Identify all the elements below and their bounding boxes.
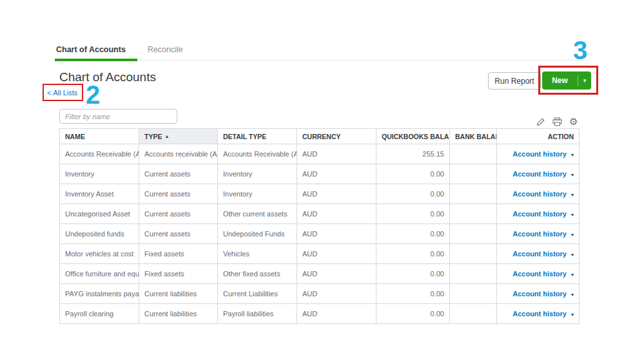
account-history-link[interactable]: Account history [512, 190, 567, 198]
cell-name: Inventory Asset [60, 184, 139, 204]
cell-name: Undeposited funds [60, 224, 139, 244]
new-button[interactable]: New ▾ [542, 71, 591, 90]
column-header-type[interactable]: TYPE▲ [139, 129, 218, 144]
table-row: Motor vehicles at cost Fixed assets Vehi… [60, 244, 580, 264]
cell-currency: AUD [297, 264, 376, 284]
cell-quickbooks-balance: 255.15 [376, 144, 450, 164]
table-row: Undeposited funds Current assets Undepos… [60, 224, 580, 244]
chevron-down-icon[interactable]: ▾ [571, 252, 574, 258]
account-history-link[interactable]: Account history [512, 290, 567, 298]
cell-quickbooks-balance: 0.00 [376, 204, 450, 224]
run-report-button[interactable]: Run Report [488, 72, 541, 90]
cell-bank-balance [450, 144, 497, 164]
column-header-name[interactable]: NAME [60, 129, 139, 144]
table-row: Office furniture and equipm Fixed assets… [60, 264, 580, 284]
cell-currency: AUD [297, 204, 376, 224]
page-title: Chart of Accounts [59, 70, 156, 84]
table-row: PAYG instalments payable Current liabili… [60, 284, 580, 304]
cell-bank-balance [450, 264, 497, 284]
chevron-left-icon: < [47, 89, 51, 97]
tab-reconcile[interactable]: Reconcile [146, 41, 186, 60]
cell-bank-balance [450, 224, 497, 244]
cell-name: Uncategorised Asset [60, 204, 139, 224]
chevron-down-icon[interactable]: ▾ [571, 192, 574, 198]
tab-chart-of-accounts[interactable]: Chart of Accounts [55, 41, 128, 60]
cell-quickbooks-balance: 0.00 [376, 284, 450, 304]
cell-detail-type: Accounts Receivable (A/R) [218, 144, 297, 164]
cell-quickbooks-balance: 0.00 [376, 264, 450, 284]
cell-detail-type: Inventory [218, 184, 297, 204]
chevron-down-icon[interactable]: ▾ [571, 272, 574, 278]
column-header-currency[interactable]: CURRENCY [297, 129, 376, 144]
table-row: Uncategorised Asset Current assets Other… [60, 204, 580, 224]
chevron-down-icon[interactable]: ▾ [571, 292, 574, 298]
cell-currency: AUD [297, 164, 376, 184]
cell-type: Fixed assets [139, 244, 218, 264]
filter-input[interactable] [59, 109, 177, 124]
chevron-down-icon[interactable]: ▾ [571, 312, 574, 318]
cell-detail-type: Inventory [218, 164, 297, 184]
table-row: Payroll clearing Current liabilities Pay… [60, 304, 580, 324]
gear-icon[interactable]: ⚙ [569, 117, 578, 126]
all-lists-highlight-box: <All Lists [43, 84, 83, 101]
table-row: Accounts Receivable (A/R) Accounts recei… [60, 144, 580, 164]
account-history-link[interactable]: Account history [512, 150, 567, 158]
annotation-step-3: 3 [573, 37, 587, 63]
column-header-type-label: TYPE [144, 133, 162, 140]
chevron-down-icon[interactable]: ▾ [571, 152, 574, 158]
cell-type: Fixed assets [139, 264, 218, 284]
cell-name: Accounts Receivable (A/R) [60, 144, 139, 164]
column-header-quickbooks-balance[interactable]: QUICKBOOKS BALANCE [376, 129, 450, 144]
cell-quickbooks-balance: 0.00 [376, 304, 450, 324]
chevron-down-icon[interactable]: ▾ [571, 212, 574, 218]
chevron-down-icon[interactable]: ▾ [571, 232, 574, 238]
cell-currency: AUD [297, 284, 376, 304]
cell-type: Current liabilities [139, 284, 218, 304]
account-history-link[interactable]: Account history [512, 170, 567, 178]
account-history-link[interactable]: Account history [512, 270, 567, 278]
chart-of-accounts-table: NAME TYPE▲ DETAIL TYPE CURRENCY QUICKBOO… [59, 128, 580, 324]
print-icon[interactable] [552, 117, 562, 126]
chevron-down-icon[interactable]: ▾ [571, 172, 574, 178]
cell-type: Current assets [139, 184, 218, 204]
cell-currency: AUD [297, 224, 376, 244]
cell-currency: AUD [297, 304, 376, 324]
table-header-row: NAME TYPE▲ DETAIL TYPE CURRENCY QUICKBOO… [60, 129, 580, 144]
cell-detail-type: Other current assets [218, 204, 297, 224]
new-button-label: New [542, 76, 578, 85]
column-header-bank-balance[interactable]: BANK BALANCE [450, 129, 497, 144]
cell-bank-balance [450, 164, 497, 184]
chevron-down-icon[interactable]: ▾ [578, 77, 591, 84]
cell-detail-type: Undeposited Funds [218, 224, 297, 244]
cell-detail-type: Other fixed assets [218, 264, 297, 284]
cell-name: Motor vehicles at cost [60, 244, 139, 264]
cell-type: Current assets [139, 204, 218, 224]
account-history-link[interactable]: Account history [512, 210, 567, 218]
all-lists-link[interactable]: <All Lists [47, 89, 77, 97]
cell-bank-balance [450, 184, 497, 204]
cell-bank-balance [450, 284, 497, 304]
cell-type: Current assets [139, 224, 218, 244]
cell-currency: AUD [297, 184, 376, 204]
cell-name: Payroll clearing [60, 304, 139, 324]
column-header-detail-type[interactable]: DETAIL TYPE [218, 129, 297, 144]
cell-type: Current assets [139, 164, 218, 184]
cell-detail-type: Payroll liabilities [218, 304, 297, 324]
column-header-action: ACTION [497, 129, 580, 144]
table-row: Inventory Asset Current assets Inventory… [60, 184, 580, 204]
account-history-link[interactable]: Account history [512, 230, 567, 238]
account-history-link[interactable]: Account history [512, 310, 567, 318]
all-lists-label: All Lists [53, 89, 77, 97]
edit-pencil-icon[interactable] [536, 117, 545, 126]
cell-type: Current liabilities [139, 304, 218, 324]
table-tool-icons: ⚙ [536, 117, 578, 126]
cell-bank-balance [450, 204, 497, 224]
sort-ascending-icon: ▲ [164, 134, 169, 138]
account-history-link[interactable]: Account history [512, 250, 567, 258]
cell-name: Office furniture and equipm [60, 264, 139, 284]
cell-currency: AUD [297, 244, 376, 264]
top-tabs: Chart of Accounts Reconcile [55, 41, 590, 61]
cell-detail-type: Vehicles [218, 244, 297, 264]
cell-bank-balance [450, 304, 497, 324]
cell-currency: AUD [297, 144, 376, 164]
